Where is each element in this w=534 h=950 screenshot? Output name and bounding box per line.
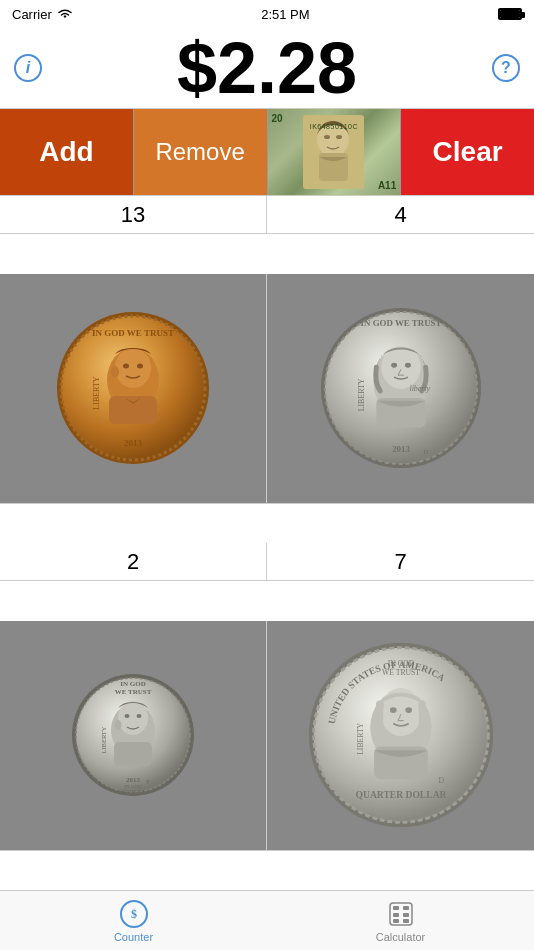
svg-text:IN GOD WE TRUST: IN GOD WE TRUST [92,328,174,338]
svg-text:LIBERTY: LIBERTY [355,722,364,754]
counter-tab-label: Counter [114,931,153,943]
nickel-cell[interactable]: IN GOD WE TRUST LIBERTY liberty 2013 D [267,274,534,504]
svg-text:2013: 2013 [392,444,410,454]
status-battery [498,8,522,20]
carrier-text: Carrier [12,7,52,22]
tab-bar: $ Counter Calculator [0,890,534,950]
dime-count: 2 [0,543,267,581]
add-button[interactable]: Add [0,109,134,195]
svg-text:D: D [438,776,444,785]
quarter-count: 7 [267,543,534,581]
nickel-count: 4 [267,196,534,234]
svg-text:IN GOD WE TRUST: IN GOD WE TRUST [360,318,441,328]
svg-text:$: $ [131,907,137,921]
svg-point-11 [123,364,129,369]
remove-button[interactable]: Remove [134,109,268,195]
penny-svg: IN GOD WE TRUST LIBERTY 2013 [53,308,213,468]
svg-rect-66 [403,913,409,917]
svg-rect-65 [393,913,399,917]
dime-svg: IN GOD WE TRUST LIBERTY 2013 P IN GOD WE… [68,670,198,800]
svg-rect-68 [403,919,409,923]
svg-point-53 [405,707,412,713]
svg-point-9 [115,348,151,388]
svg-point-4 [336,135,342,139]
svg-point-13 [111,366,119,378]
svg-rect-64 [403,906,409,910]
svg-point-12 [137,364,143,369]
quarter-svg: UNITED STATES OF AMERICA IN GOD WE TRUST… [305,639,497,831]
status-time: 2:51 PM [261,7,309,22]
penny-cell[interactable]: IN GOD WE TRUST LIBERTY 2013 [0,274,267,504]
svg-rect-63 [393,906,399,910]
bill-visual: 20 IK64850110C [268,109,401,195]
counter-tab-icon: $ [119,899,149,929]
svg-point-24 [404,363,410,368]
svg-rect-35 [114,742,152,766]
svg-text:LIBERTY: LIBERTY [92,376,101,410]
penny-count: 13 [0,196,267,234]
svg-point-23 [391,363,397,368]
status-carrier: Carrier [12,7,73,22]
svg-text:D: D [423,448,428,455]
svg-text:2013: 2013 [124,438,143,448]
status-bar: Carrier 2:51 PM [0,0,534,28]
svg-text:IN GOD: IN GOD [120,680,145,688]
action-row: Add Remove 20 IK64850110C [0,108,534,196]
svg-text:liberty: liberty [409,384,430,393]
svg-point-36 [125,714,130,718]
coin-grid: 13 4 [0,196,534,890]
svg-text:WE TRUST!: WE TRUST! [120,789,147,794]
clear-button[interactable]: Clear [401,109,534,195]
calculator-tab-icon [386,899,416,929]
svg-text:LIBERTY: LIBERTY [357,378,366,411]
svg-text:WE TRUST: WE TRUST [115,688,152,696]
calculator-tab-label: Calculator [376,931,426,943]
nickel-svg: IN GOD WE TRUST LIBERTY liberty 2013 D [317,304,485,472]
main-content: i $2.28 ? Add Remove 20 IK64850110C [0,28,534,890]
svg-point-37 [137,714,142,718]
svg-text:LIBERTY: LIBERTY [100,726,107,753]
svg-point-34 [118,701,148,735]
quarter-cell[interactable]: UNITED STATES OF AMERICA IN GOD WE TRUST… [267,621,534,851]
wifi-icon [57,8,73,20]
battery-icon [498,8,522,20]
tab-counter[interactable]: $ Counter [0,891,267,950]
svg-text:QUARTER DOLLAR: QUARTER DOLLAR [355,789,446,800]
dime-cell[interactable]: IN GOD WE TRUST LIBERTY 2013 P IN GOD WE… [0,621,267,851]
svg-text:IN GOD: IN GOD [387,659,414,668]
svg-point-52 [389,707,396,713]
help-button[interactable]: ? [492,54,520,82]
svg-point-3 [324,135,330,139]
header: i $2.28 ? [0,28,534,108]
svg-text:2013: 2013 [126,776,141,784]
total-amount: $2.28 [177,32,357,104]
tab-calculator[interactable]: Calculator [267,891,534,950]
bill-button[interactable]: 20 IK64850110C [268,109,402,195]
info-button[interactable]: i [14,54,42,82]
svg-rect-10 [109,396,157,424]
svg-rect-67 [393,919,399,923]
svg-text:WE TRUST: WE TRUST [381,668,419,677]
svg-point-38 [115,720,122,730]
